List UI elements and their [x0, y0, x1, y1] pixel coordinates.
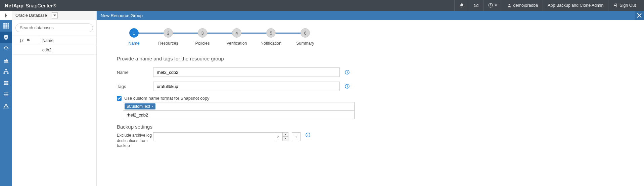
svg-rect-21	[4, 84, 6, 85]
notifications-button[interactable]	[454, 0, 469, 11]
nav-alerts[interactable]	[0, 100, 12, 111]
chevron-right-icon	[4, 13, 8, 18]
svg-rect-30	[347, 71, 348, 72]
backup-settings-heading: Backup settings	[117, 124, 631, 130]
topbar-right: ? demo\oradba App Backup and Clone Admin…	[454, 0, 641, 11]
content-area: New Resource Group 1 Name 2 Resources 3 …	[97, 11, 644, 186]
nav-resources[interactable]	[0, 32, 12, 43]
name-info-button[interactable]	[344, 69, 350, 75]
list-item-name: cdb2	[38, 48, 96, 52]
exclude-info-button[interactable]	[305, 132, 311, 138]
column-name-header[interactable]: Name	[38, 38, 96, 43]
exclude-spinner: ▲ ▼	[282, 132, 288, 141]
step-label: Policies	[195, 41, 210, 46]
search-bar	[12, 20, 96, 36]
step-label: Resources	[158, 41, 178, 46]
brand: NetApp SnapCenter®	[3, 3, 56, 8]
nav-reports[interactable]	[0, 54, 12, 66]
snapshot-token-text: $CustomText	[127, 104, 150, 109]
sign-out-button[interactable]: Sign Out	[608, 0, 641, 11]
brand-product: SnapCenter®	[26, 3, 56, 8]
nav-storage[interactable]	[0, 77, 12, 89]
gauge-icon	[3, 46, 9, 52]
plugin-dropdown-button[interactable]	[52, 12, 58, 18]
close-wizard-button[interactable]	[635, 11, 644, 20]
role-label[interactable]: App Backup and Clone Admin	[543, 0, 608, 11]
svg-rect-17	[4, 73, 5, 74]
tags-input[interactable]	[153, 82, 340, 91]
step-resources[interactable]: 2 Resources	[151, 28, 185, 46]
name-input[interactable]	[153, 67, 340, 77]
snapshot-freetext-input[interactable]	[123, 110, 355, 119]
row-name: Name	[117, 67, 631, 77]
sitemap-icon	[3, 68, 9, 75]
snapshot-token-field[interactable]: $CustomText ×	[123, 102, 355, 111]
caret-down-icon	[495, 4, 497, 6]
brand-company: NetApp	[5, 3, 24, 8]
step-label: Verification	[226, 41, 247, 46]
subheader-title: New Resource Group	[101, 13, 143, 18]
storage-icon	[3, 80, 9, 86]
nav-hosts[interactable]	[0, 66, 12, 77]
step-policies[interactable]: 3 Policies	[185, 28, 220, 46]
svg-rect-20	[6, 81, 8, 83]
messages-button[interactable]	[469, 0, 483, 11]
rail-expand-toggle[interactable]	[0, 11, 12, 20]
svg-point-23	[7, 92, 8, 93]
svg-point-5	[508, 4, 510, 5]
svg-rect-13	[5, 28, 7, 29]
exclude-clear-button[interactable]: ×	[274, 132, 283, 141]
exclude-combo: × ▲ ▼	[153, 132, 288, 141]
exclude-label: Exclude archive log destinations from ba…	[117, 132, 153, 149]
page-subheader: New Resource Group	[97, 11, 644, 20]
info-icon	[345, 84, 350, 89]
svg-text:?: ?	[490, 4, 491, 7]
exclude-add-button[interactable]: +	[292, 132, 301, 141]
help-icon: ?	[488, 3, 493, 8]
plugin-selected-label: Oracle Database	[15, 13, 47, 18]
info-icon	[345, 70, 350, 75]
exclude-spin-up[interactable]: ▲	[282, 132, 288, 137]
name-label: Name	[117, 70, 153, 75]
tags-label: Tags	[117, 84, 153, 89]
step-notification[interactable]: 5 Notification	[254, 28, 288, 46]
svg-rect-10	[5, 25, 7, 27]
nav-settings[interactable]	[0, 89, 12, 100]
nav-monitor[interactable]	[0, 43, 12, 54]
info-icon	[306, 133, 310, 137]
snapshot-token[interactable]: $CustomText ×	[125, 103, 155, 109]
wizard-stepper: 1 Name 2 Resources 3 Policies 4 Verifica…	[117, 28, 631, 46]
sort-controls[interactable]	[12, 36, 38, 45]
exclude-input[interactable]	[153, 132, 274, 141]
exclude-spin-down[interactable]: ▼	[282, 137, 288, 141]
grid-icon	[3, 23, 9, 29]
sign-out-label: Sign Out	[619, 3, 636, 8]
svg-rect-27	[6, 107, 6, 108]
help-menu[interactable]: ?	[483, 0, 502, 11]
step-verification[interactable]: 4 Verification	[220, 28, 254, 46]
step-label: Summary	[296, 41, 314, 46]
row-exclude-archivelog: Exclude archive log destinations from ba…	[117, 132, 631, 149]
remove-token-button[interactable]: ×	[151, 104, 153, 108]
flag-icon	[26, 38, 31, 43]
step-name[interactable]: 1 Name	[117, 28, 151, 46]
svg-rect-19	[4, 81, 6, 83]
nav-dashboard[interactable]	[0, 20, 12, 32]
list-item[interactable]: cdb2	[12, 45, 96, 55]
tags-info-button[interactable]	[344, 84, 350, 89]
svg-rect-12	[3, 28, 5, 29]
svg-rect-29	[347, 72, 348, 73]
close-icon	[637, 13, 642, 18]
svg-rect-22	[6, 84, 8, 85]
step-number: 4	[232, 28, 241, 38]
row-tags: Tags	[117, 82, 631, 91]
svg-rect-33	[347, 85, 348, 86]
user-menu[interactable]: demo\oradba	[502, 0, 543, 11]
step-summary[interactable]: 6 Summary	[288, 28, 322, 46]
top-bar: NetApp SnapCenter® ? demo\oradba App Bac…	[0, 0, 644, 11]
search-input[interactable]	[15, 24, 93, 32]
custom-name-checkbox[interactable]	[117, 96, 122, 101]
signout-icon	[613, 3, 618, 8]
user-icon	[507, 3, 512, 8]
left-nav-rail	[0, 11, 12, 186]
